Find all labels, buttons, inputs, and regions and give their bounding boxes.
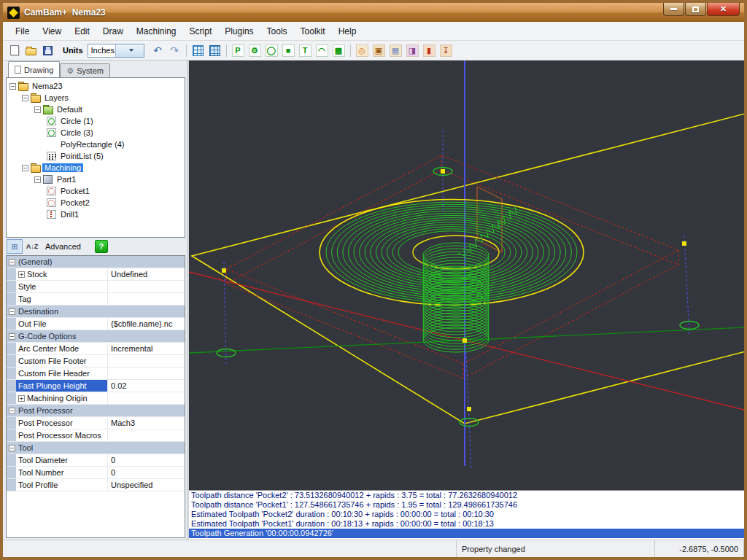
menu-item-view[interactable]: View xyxy=(36,23,68,39)
units-select[interactable]: Inches xyxy=(88,44,144,58)
prop-row-custom-file-footer[interactable]: Custom File Footer xyxy=(7,355,185,368)
menu-item-edit[interactable]: Edit xyxy=(68,23,96,39)
tree-expander[interactable]: − xyxy=(22,95,28,101)
minimize-button[interactable] xyxy=(663,3,684,16)
category-expander[interactable]: − xyxy=(9,408,15,414)
prop-row-arc-center-mode[interactable]: Arc Center ModeIncremental xyxy=(7,343,185,355)
draw-points-icon[interactable]: ⚙ xyxy=(247,43,263,58)
prop-category-general[interactable]: −(General) xyxy=(7,256,185,268)
category-expander[interactable]: − xyxy=(9,445,15,451)
prop-value[interactable]: {$cbfile.name}.nc xyxy=(108,318,185,330)
prop-category-g-code-options[interactable]: −G-Code Options xyxy=(7,330,185,343)
menu-item-plugins[interactable]: Plugins xyxy=(218,23,260,39)
category-expander[interactable]: − xyxy=(9,259,15,265)
prop-row-style[interactable]: Style xyxy=(7,281,185,293)
tree-item-circle-1[interactable]: Circle (1) xyxy=(7,115,185,127)
tree-item-circle-3[interactable]: Circle (3) xyxy=(7,127,185,139)
tree-item-machining[interactable]: −Machining xyxy=(7,162,185,174)
menu-item-script[interactable]: Script xyxy=(183,23,219,39)
draw-rectangle-icon[interactable]: ■ xyxy=(281,43,296,58)
tree-expander[interactable]: − xyxy=(34,106,41,113)
advanced-button[interactable]: Advanced xyxy=(42,242,85,251)
prop-value[interactable]: Unspecified xyxy=(108,479,185,491)
prop-category-tool[interactable]: −Tool xyxy=(7,442,185,454)
tree-item-pocket2[interactable]: Pocket2 xyxy=(7,197,185,209)
draw-text-icon[interactable]: T xyxy=(298,43,313,58)
units-dropdown-button[interactable] xyxy=(115,44,144,57)
save-icon[interactable] xyxy=(40,43,55,58)
menu-item-file[interactable]: File xyxy=(9,23,36,39)
prop-value[interactable] xyxy=(108,293,185,305)
prop-expander[interactable]: + xyxy=(18,271,25,278)
prop-row-post-processor-macros[interactable]: Post Processor Macros xyxy=(7,429,185,442)
prop-value[interactable] xyxy=(108,429,185,441)
machine-post-icon[interactable]: ▮ xyxy=(422,43,437,58)
tab-drawing[interactable]: Drawing xyxy=(8,61,60,77)
prop-value[interactable]: 0 xyxy=(108,467,185,478)
prop-category-destination[interactable]: −Destination xyxy=(7,306,185,318)
prop-value[interactable]: Mach3 xyxy=(108,417,185,429)
tree-item-pointlist-5[interactable]: PointList (5) xyxy=(7,150,185,162)
tree-expander[interactable]: − xyxy=(9,83,16,90)
tree-item-drill1[interactable]: Drill1 xyxy=(7,209,185,220)
tree-item-polyrectangle-4[interactable]: PolyRectangle (4) xyxy=(7,139,185,150)
prop-expander[interactable]: + xyxy=(18,395,25,402)
tree-item-part1[interactable]: −Part1 xyxy=(7,174,185,185)
prop-category-post-processor[interactable]: −Post Processor xyxy=(7,405,185,417)
prop-value[interactable]: Incremental xyxy=(108,343,185,354)
machine-screen-icon[interactable]: ▣ xyxy=(371,43,387,58)
maximize-button[interactable] xyxy=(685,3,706,16)
viewport-3d[interactable] xyxy=(189,61,744,490)
prop-row-tool-number[interactable]: Tool Number0 xyxy=(7,467,185,479)
show-grid-icon[interactable] xyxy=(207,43,222,58)
prop-row-fast-plunge-height[interactable]: Fast Plunge Height0.02 xyxy=(7,380,185,392)
machine-media-icon[interactable]: ◨ xyxy=(405,43,420,58)
menu-item-toolkit[interactable]: Toolkit xyxy=(294,23,332,39)
prop-row-custom-file-header[interactable]: Custom File Header xyxy=(7,368,185,380)
new-file-icon[interactable] xyxy=(7,43,22,58)
tree-item-default[interactable]: −Default xyxy=(7,104,185,115)
undo-icon[interactable]: ↶ xyxy=(150,43,166,58)
machine-drill-icon[interactable]: ↧ xyxy=(438,43,454,58)
draw-circle-icon[interactable]: ◯ xyxy=(264,43,279,58)
prop-row-out-file[interactable]: Out File{$cbfile.name}.nc xyxy=(7,318,185,330)
prop-value[interactable]: Undefined xyxy=(108,268,185,280)
help-button[interactable]: ? xyxy=(95,240,108,253)
tree-item-pocket1[interactable]: Pocket1 xyxy=(7,185,185,197)
draw-polyline-icon[interactable]: P xyxy=(231,43,246,58)
prop-value[interactable] xyxy=(108,392,185,404)
alphabetical-sort-button[interactable]: A↓Z xyxy=(24,239,40,254)
prop-row-tool-profile[interactable]: Tool ProfileUnspecified xyxy=(7,479,185,491)
prop-value[interactable] xyxy=(108,281,185,292)
prop-value[interactable]: 0.02 xyxy=(108,380,185,392)
tree-expander[interactable]: − xyxy=(34,176,41,183)
tree-item-layers[interactable]: −Layers xyxy=(7,92,185,104)
menu-item-help[interactable]: Help xyxy=(332,23,363,39)
prop-row-tool-diameter[interactable]: Tool Diameter0 xyxy=(7,454,185,467)
prop-row-stock[interactable]: +StockUndefined xyxy=(7,268,185,281)
snap-grid-icon[interactable] xyxy=(190,43,206,58)
prop-value[interactable]: 0 xyxy=(108,454,185,466)
prop-value[interactable] xyxy=(108,355,185,367)
menu-item-draw[interactable]: Draw xyxy=(96,23,130,39)
close-button[interactable]: ✕ xyxy=(707,3,740,16)
draw-surface-icon[interactable]: ◠ xyxy=(314,43,330,58)
open-file-icon[interactable] xyxy=(23,43,39,58)
category-expander[interactable]: − xyxy=(9,308,15,315)
prop-row-post-processor[interactable]: Post ProcessorMach3 xyxy=(7,417,185,429)
menu-item-machining[interactable]: Machining xyxy=(130,23,183,39)
prop-row-machining-origin[interactable]: +Machining Origin xyxy=(7,392,185,405)
title-bar[interactable]: CamBam+ Nema23 ✕ xyxy=(3,3,744,22)
categorized-view-button[interactable]: ⊞ xyxy=(7,239,23,254)
machine-grid-icon[interactable]: ▦ xyxy=(388,43,403,58)
draw-region-icon[interactable]: ▦ xyxy=(331,43,347,58)
prop-row-tag[interactable]: Tag xyxy=(7,293,185,306)
tree-expander[interactable]: − xyxy=(22,165,28,171)
menu-item-tools[interactable]: Tools xyxy=(260,23,294,39)
machine-lathe-icon[interactable]: ◎ xyxy=(355,43,370,58)
category-expander[interactable]: − xyxy=(9,333,15,340)
tree-item-nema23[interactable]: −Nema23 xyxy=(7,80,185,92)
redo-icon[interactable]: ↷ xyxy=(167,43,182,58)
tab-system[interactable]: ⚙ System xyxy=(60,63,110,77)
prop-value[interactable] xyxy=(108,368,185,379)
